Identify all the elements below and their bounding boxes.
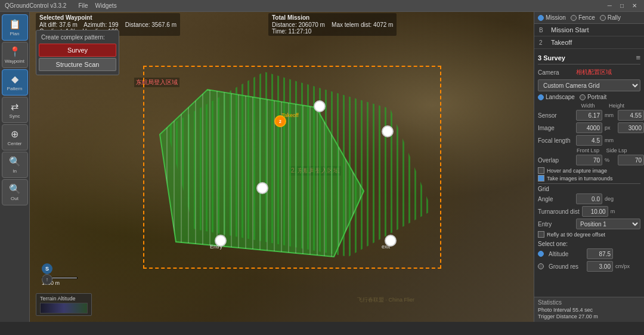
waypoint-takeoff[interactable]: 2: [274, 115, 286, 127]
distance: Distance: 3567.6 m: [125, 21, 177, 28]
overlap-front-input[interactable]: [576, 155, 602, 165]
watermark: 飞行春联盟 · China Flier: [357, 296, 414, 304]
sidebar-item-center[interactable]: ⊕ Center: [2, 124, 28, 150]
sidebar-out-label: Out: [11, 196, 18, 201]
select-one-label: Select one:: [538, 239, 640, 248]
turnaround-dist-unit: m: [611, 208, 621, 214]
sidebar-item-pattern[interactable]: ◆ Pattern: [2, 69, 28, 96]
menu-file[interactable]: File: [78, 2, 88, 9]
left-sidebar: 📋 Plan 📍 Waypoint ◆ Pattern ⇄ Sync ⊕ Cen…: [0, 12, 30, 322]
landscape-label: Landscape: [546, 94, 575, 100]
terrain-label: Terrain Altitude: [40, 296, 88, 302]
radio-fence[interactable]: Fence: [571, 14, 595, 21]
hover-check-label: Hover and capture image: [547, 168, 607, 174]
radio-rally[interactable]: Rally: [600, 14, 621, 21]
refly-check-row: Refly at 90 degree offset: [538, 231, 640, 238]
radio-fence-label: Fence: [578, 14, 595, 21]
altitude-radio[interactable]: [538, 251, 544, 257]
sidebar-plan-label: Plan: [10, 31, 19, 36]
structure-scan-button[interactable]: Structure Scan: [39, 58, 116, 71]
image-width-input[interactable]: [576, 122, 602, 133]
camera-grid-select[interactable]: Custom Camera Grid: [538, 79, 640, 91]
entry-select[interactable]: Position 1 Position 2 Position 3 Positio…: [576, 219, 640, 229]
total-mission-info-bar: Total Mission Distance: 206070 m Max tel…: [268, 13, 397, 36]
selected-waypoint-label: Selected Waypoint: [39, 14, 177, 21]
map-background: Selected Waypoint Alt diff: 37.6 m Azimu…: [30, 12, 534, 322]
survey-menu-icon[interactable]: ≡: [636, 53, 640, 62]
sidebar-item-plan[interactable]: 📋 Plan: [2, 14, 28, 41]
turnaround-check-label: Take images in turnarounds: [547, 176, 613, 182]
complex-pattern-menu: Create complex pattern: Survey Structure…: [36, 30, 119, 75]
minimize-button[interactable]: ─: [605, 2, 614, 9]
survey-section: 3 Survey ≡ Camera 相机配置区域 Custom Camera G…: [534, 49, 644, 297]
waypoint-2[interactable]: [382, 125, 394, 137]
radio-rally-label: Rally: [608, 14, 621, 21]
overlap-side-input[interactable]: [618, 155, 644, 165]
angle-input[interactable]: [576, 193, 602, 204]
mission-start-item[interactable]: B Mission Start: [534, 24, 644, 36]
turnaround-dist-row: Turnaround dist m: [538, 206, 640, 217]
waypoint-exit[interactable]: [385, 235, 397, 247]
total-distance: Distance: 206070 m: [272, 21, 325, 28]
center-icon: ⊕: [11, 128, 18, 140]
grid-section-label: Grid: [538, 183, 640, 193]
north-indicator: ↑: [42, 274, 52, 285]
landscape-radio[interactable]: Landscape: [538, 94, 575, 100]
sensor-width-input[interactable]: [576, 110, 602, 121]
terrain-indicator: Terrain Altitude: [36, 293, 92, 316]
overlap-label: Overlap: [538, 157, 574, 164]
angle-unit: deg: [605, 196, 615, 202]
sensor-height-input[interactable]: [618, 110, 644, 121]
zoom-in-icon: 🔍: [9, 156, 21, 167]
close-button[interactable]: ✕: [630, 2, 639, 9]
altitude-row: Altitude: [538, 248, 640, 259]
waypoint-3[interactable]: [215, 235, 227, 247]
menu-widgets[interactable]: Widgets: [95, 2, 117, 9]
ground-res-input[interactable]: [587, 261, 613, 272]
focal-input[interactable]: [576, 135, 602, 146]
entry-row: Entry Position 1 Position 2 Position 3 P…: [538, 219, 640, 229]
sidebar-item-sync[interactable]: ⇄ Sync: [2, 97, 28, 123]
maximize-button[interactable]: □: [618, 2, 626, 9]
radio-mission[interactable]: Mission: [538, 14, 566, 21]
image-height-input[interactable]: [618, 122, 644, 133]
total-time: Time: 11:27:10: [272, 28, 311, 35]
takeoff-item-label: Takeoff: [551, 39, 572, 46]
front-lsp-header: Front Lsp: [575, 147, 601, 153]
survey-button[interactable]: Survey: [39, 44, 116, 57]
turnaround-dist-input[interactable]: [582, 206, 608, 217]
sidebar-item-zoom-out[interactable]: 🔍 Out: [2, 179, 28, 205]
side-lsp-header: Side Lsp: [603, 147, 630, 153]
angle-label: Angle: [538, 196, 574, 202]
mission-start-num: B: [539, 27, 547, 33]
refly-checkbox[interactable]: [538, 231, 544, 238]
takeoff-item[interactable]: 2 Takeoff: [534, 36, 644, 49]
image-label: Image: [538, 125, 574, 131]
sidebar-item-waypoint[interactable]: 📍 Waypoint: [2, 42, 28, 68]
map-area[interactable]: Selected Waypoint Alt diff: 37.6 m Azimu…: [30, 12, 534, 322]
stats-title: Statistics: [538, 299, 640, 306]
azimuth: Azimuth: 199: [83, 21, 118, 28]
angle-row: Angle deg: [538, 193, 640, 204]
landscape-radio-circle: [538, 94, 544, 100]
radio-mission-label: Mission: [546, 14, 566, 21]
turnaround-checkbox[interactable]: [538, 175, 544, 182]
plan-icon: 📋: [9, 19, 21, 30]
ground-res-label: Ground res: [549, 263, 584, 270]
overlap-row: Overlap % %: [538, 155, 640, 165]
waypoint-center[interactable]: [256, 182, 268, 194]
trigger-distance-label: Trigger Distance: [538, 314, 577, 319]
altitude-input[interactable]: [587, 248, 613, 259]
photo-count-row: Photo Interval 55.4 sec: [538, 307, 640, 313]
sidebar-center-label: Center: [7, 141, 21, 146]
portrait-radio[interactable]: Portrait: [580, 94, 606, 100]
width-header: Width: [575, 103, 601, 109]
height-header: Height: [603, 103, 630, 109]
compass-indicator: S: [42, 263, 52, 274]
sidebar-item-zoom-in[interactable]: 🔍 In: [2, 152, 28, 178]
hover-check-row: Hover and capture image: [538, 167, 640, 174]
entry-label-panel: Entry: [538, 221, 574, 228]
ground-res-radio[interactable]: [538, 263, 544, 269]
waypoint-1[interactable]: [314, 100, 326, 112]
hover-checkbox[interactable]: [538, 167, 544, 174]
